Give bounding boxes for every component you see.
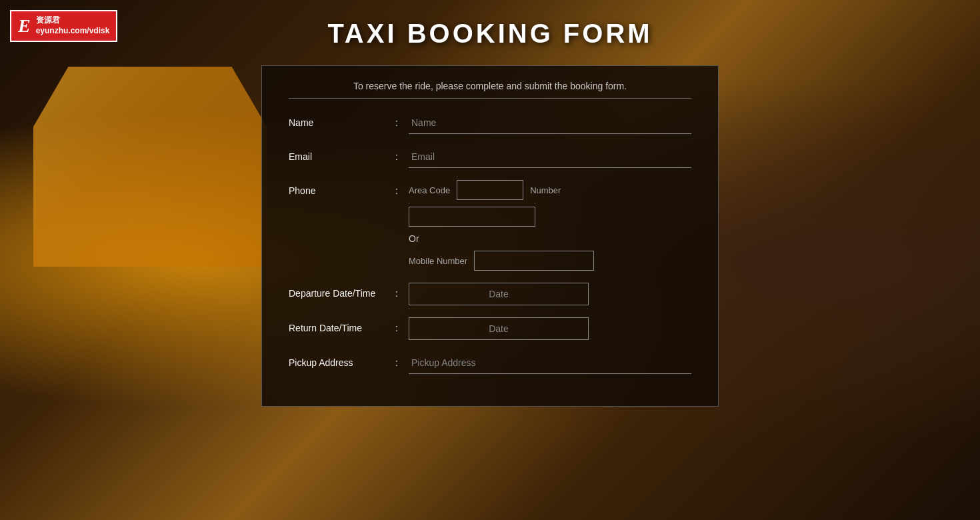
departure-row: Departure Date/Time : xyxy=(289,283,691,305)
name-label: Name xyxy=(289,112,395,128)
phone-row: Phone : Area Code Number Or Mobile Numbe… xyxy=(289,180,691,271)
return-label: Return Date/Time xyxy=(289,317,395,333)
pickup-field xyxy=(409,352,691,374)
departure-field xyxy=(409,283,691,305)
name-colon: : xyxy=(395,112,409,128)
pickup-colon: : xyxy=(395,352,409,368)
logo-letter: E xyxy=(18,15,31,37)
email-input[interactable] xyxy=(409,146,691,168)
logo: E 资源君 eyunzhu.com/vdisk xyxy=(10,10,117,42)
form-description: To reserve the ride, please complete and… xyxy=(289,66,691,99)
number-label: Number xyxy=(530,185,561,195)
area-code-label: Area Code xyxy=(409,185,450,195)
pickup-row: Pickup Address : xyxy=(289,352,691,374)
return-date-input[interactable] xyxy=(409,317,589,340)
return-field xyxy=(409,317,691,340)
departure-date-input[interactable] xyxy=(409,283,589,305)
return-colon: : xyxy=(395,317,409,333)
phone-label: Phone xyxy=(289,180,395,196)
email-field xyxy=(409,146,691,168)
mobile-row: Mobile Number xyxy=(409,251,691,271)
area-code-input[interactable] xyxy=(457,180,523,200)
phone-number-input[interactable] xyxy=(409,207,535,227)
mobile-label: Mobile Number xyxy=(409,256,467,266)
email-colon: : xyxy=(395,146,409,162)
pickup-address-input[interactable] xyxy=(409,352,691,374)
phone-area-code-row: Area Code Number xyxy=(409,180,691,200)
page-title: TAXI BOOKING FORM xyxy=(0,0,980,49)
email-label: Email xyxy=(289,146,395,162)
logo-text: 资源君 eyunzhu.com/vdisk xyxy=(36,15,110,36)
departure-label: Departure Date/Time xyxy=(289,283,395,299)
name-row: Name : xyxy=(289,112,691,134)
taxi-decoration xyxy=(33,67,267,267)
phone-field: Area Code Number Or Mobile Number xyxy=(409,180,691,271)
booking-form: To reserve the ride, please complete and… xyxy=(261,65,719,407)
name-field xyxy=(409,112,691,134)
return-row: Return Date/Time : xyxy=(289,317,691,340)
name-input[interactable] xyxy=(409,112,691,134)
email-row: Email : xyxy=(289,146,691,168)
or-text: Or xyxy=(409,233,691,244)
phone-colon: : xyxy=(395,180,409,196)
departure-colon: : xyxy=(395,283,409,299)
mobile-number-input[interactable] xyxy=(474,251,594,271)
pickup-label: Pickup Address xyxy=(289,352,395,368)
